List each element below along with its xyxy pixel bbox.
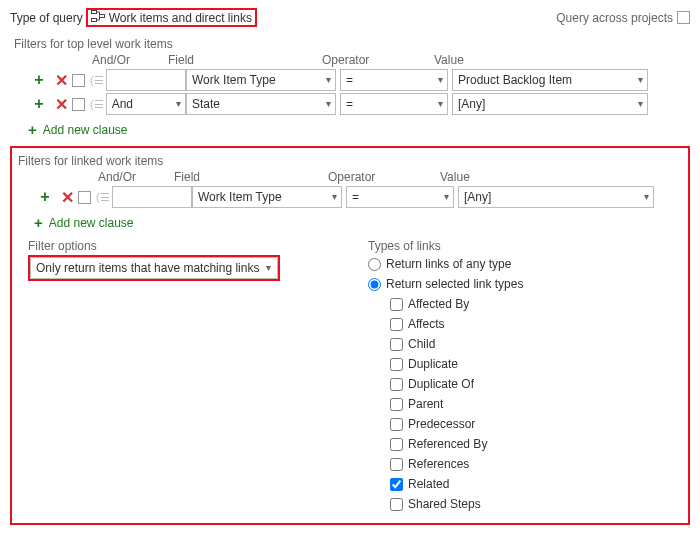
link-type-predecessor[interactable]: Predecessor — [390, 415, 684, 433]
value-select[interactable]: [Any]▾ — [452, 93, 648, 115]
andor-select[interactable] — [112, 186, 192, 208]
link-type-label: Affected By — [408, 297, 469, 311]
add-clause-button[interactable]: + — [34, 186, 56, 208]
link-type-affects[interactable]: Affects — [390, 315, 684, 333]
query-type-icon — [91, 10, 105, 25]
plus-icon: + — [34, 214, 43, 231]
add-clause-button[interactable]: + — [28, 69, 50, 91]
svg-rect-0 — [91, 11, 96, 14]
group-icon: (☰ — [96, 191, 110, 204]
chevron-down-icon: ▾ — [438, 70, 443, 90]
plus-icon: + — [28, 121, 37, 138]
chevron-down-icon: ▾ — [266, 258, 271, 278]
link-type-shared-steps[interactable]: Shared Steps — [390, 495, 684, 513]
group-icon: (☰ — [90, 74, 104, 87]
link-type-label: Referenced By — [408, 437, 487, 451]
clause-checkbox[interactable] — [72, 74, 85, 87]
link-type-references[interactable]: References — [390, 455, 684, 473]
chevron-down-icon: ▾ — [638, 94, 643, 114]
delete-clause-button[interactable]: ✕ — [56, 186, 78, 208]
link-type-related[interactable]: Related — [390, 475, 684, 493]
clause-checkbox[interactable] — [78, 191, 91, 204]
query-type-selector[interactable]: Work items and direct links — [86, 8, 257, 27]
link-type-child[interactable]: Child — [390, 335, 684, 353]
chevron-down-icon: ▾ — [444, 187, 449, 207]
link-type-label: Predecessor — [408, 417, 475, 431]
type-of-query-label: Type of query — [10, 11, 83, 25]
col-value: Value — [434, 53, 630, 67]
col-field: Field — [168, 53, 322, 67]
link-type-label: Shared Steps — [408, 497, 481, 511]
chevron-down-icon: ▾ — [332, 187, 337, 207]
cross-projects-checkbox[interactable] — [677, 11, 690, 24]
link-type-label: Parent — [408, 397, 443, 411]
group-icon: (☰ — [90, 98, 104, 111]
link-type-referenced-by[interactable]: Referenced By — [390, 435, 684, 453]
col-andor: And/Or — [78, 170, 174, 184]
link-type-label: References — [408, 457, 469, 471]
link-type-label: Duplicate Of — [408, 377, 474, 391]
operator-select[interactable]: =▾ — [340, 69, 448, 91]
link-type-label: Duplicate — [408, 357, 458, 371]
link-type-duplicate-of[interactable]: Duplicate Of — [390, 375, 684, 393]
col-field: Field — [174, 170, 328, 184]
delete-clause-button[interactable]: ✕ — [50, 93, 72, 115]
link-type-label: Affects — [408, 317, 444, 331]
add-clause-button[interactable]: + — [28, 93, 50, 115]
types-of-links-label: Types of links — [368, 239, 684, 253]
chevron-down-icon: ▾ — [326, 94, 331, 114]
col-operator: Operator — [328, 170, 440, 184]
filter-options-select[interactable]: Only return items that have matching lin… — [30, 257, 278, 279]
radio-selected-types[interactable]: Return selected link types — [368, 275, 684, 293]
operator-select[interactable]: =▾ — [340, 93, 448, 115]
chevron-down-icon: ▾ — [638, 70, 643, 90]
andor-select[interactable] — [106, 69, 186, 91]
svg-rect-2 — [99, 15, 104, 18]
link-type-label: Related — [408, 477, 449, 491]
clause-checkbox[interactable] — [72, 98, 85, 111]
chevron-down-icon: ▾ — [326, 70, 331, 90]
link-type-duplicate[interactable]: Duplicate — [390, 355, 684, 373]
field-select[interactable]: State▾ — [186, 93, 336, 115]
chevron-down-icon: ▾ — [644, 187, 649, 207]
field-select[interactable]: Work Item Type▾ — [192, 186, 342, 208]
col-andor: And/Or — [72, 53, 168, 67]
section-title: Filters for linked work items — [18, 154, 684, 168]
linked-filters-panel: Filters for linked work items And/Or Fie… — [10, 146, 690, 525]
value-select[interactable]: Product Backlog Item▾ — [452, 69, 648, 91]
chevron-down-icon: ▾ — [438, 94, 443, 114]
chevron-down-icon: ▾ — [176, 94, 181, 114]
operator-select[interactable]: =▾ — [346, 186, 454, 208]
field-select[interactable]: Work Item Type▾ — [186, 69, 336, 91]
col-operator: Operator — [322, 53, 434, 67]
col-value: Value — [440, 170, 636, 184]
add-new-clause-link[interactable]: +Add new clause — [34, 214, 684, 231]
value-select[interactable]: [Any]▾ — [458, 186, 654, 208]
section-title: Filters for top level work items — [14, 37, 690, 51]
andor-select[interactable]: And▾ — [106, 93, 186, 115]
filter-options-label: Filter options — [28, 239, 338, 253]
link-type-parent[interactable]: Parent — [390, 395, 684, 413]
query-type-value: Work items and direct links — [109, 11, 252, 25]
link-type-affected-by[interactable]: Affected By — [390, 295, 684, 313]
link-type-label: Child — [408, 337, 435, 351]
delete-clause-button[interactable]: ✕ — [50, 69, 72, 91]
cross-projects-label: Query across projects — [556, 11, 673, 25]
radio-any-type[interactable]: Return links of any type — [368, 255, 684, 273]
add-new-clause-link[interactable]: +Add new clause — [28, 121, 690, 138]
svg-rect-1 — [91, 19, 96, 22]
